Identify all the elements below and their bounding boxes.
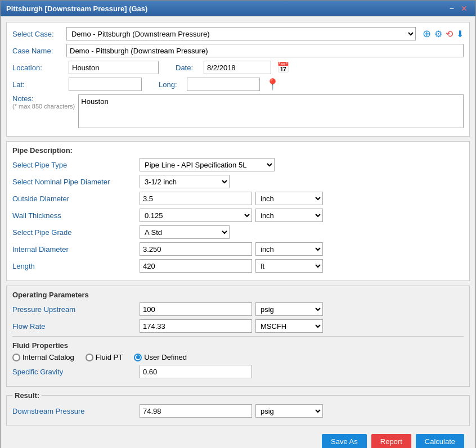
length-row: Length ft [12,259,464,273]
pipe-type-label: Select Pipe Type [12,161,136,169]
outside-diameter-label: Outside Diameter [12,194,136,203]
flow-rate-row: Flow Rate MSCFH [12,319,464,333]
internal-diameter-unit-select[interactable]: inch [255,242,323,256]
internal-diameter-row: Internal Diameter inch [12,242,464,256]
length-input[interactable] [140,259,252,273]
case-name-row: Case Name: [12,44,464,57]
notes-textarea[interactable]: Houston [78,94,464,128]
select-case-dropdown[interactable]: Demo - Pittsburgh (Downstream Pressure) [66,27,416,40]
date-label: Date: [176,64,198,72]
map-pin-icon[interactable]: 📍 [266,78,280,91]
user-defined-radio-dot [136,355,140,359]
pipe-type-select[interactable]: Pipe Line - API Specification 5L [140,158,275,171]
flow-rate-input[interactable] [140,319,252,333]
outside-diameter-input [140,192,252,205]
minimize-button[interactable]: − [447,4,456,13]
calculate-button[interactable]: Calculate [416,434,464,448]
location-input[interactable] [69,61,159,74]
pressure-upstream-label: Pressure Upstream [12,305,136,314]
pipe-description-title: Pipe Description: [12,146,464,155]
internal-catalog-radio[interactable] [12,354,20,361]
select-case-row: Select Case: Demo - Pittsburgh (Downstre… [12,27,464,40]
location-label: Location: [12,64,63,72]
result-unit-select[interactable]: psig [255,404,323,418]
main-content: Select Case: Demo - Pittsburgh (Downstre… [1,16,475,448]
long-label: Long: [159,80,181,89]
long-input[interactable] [187,78,260,91]
pressure-upstream-unit-select[interactable]: psig [255,302,323,316]
wall-thickness-label: Wall Thickness [12,211,136,220]
report-button[interactable]: Report [371,434,411,448]
top-section: Select Case: Demo - Pittsburgh (Downstre… [6,22,470,137]
fluid-properties-section: Fluid Properties Internal Catalog Fluid … [12,336,464,378]
specific-gravity-row: Specific Gravity [12,365,464,378]
fluid-options-group: Internal Catalog Fluid PT User Defined [12,353,464,361]
operating-parameters-title: Operating Parameters [12,291,464,299]
specific-gravity-label: Specific Gravity [12,368,136,376]
internal-catalog-option[interactable]: Internal Catalog [12,353,74,361]
downstream-pressure-input [140,404,252,418]
close-button[interactable]: ✕ [459,4,470,13]
internal-catalog-label: Internal Catalog [23,353,74,361]
case-name-label: Case Name: [12,47,63,55]
outside-diameter-row: Outside Diameter inch [12,192,464,205]
location-row: Location: Date: 📅 [12,61,464,74]
fluid-pt-option[interactable]: Fluid PT [86,353,123,361]
lat-input[interactable] [69,78,142,91]
pressure-upstream-input[interactable] [140,302,252,316]
lat-long-row: Lat: Long: 📍 [12,78,464,91]
specific-gravity-input[interactable] [140,365,252,378]
internal-diameter-label: Internal Diameter [12,245,136,254]
pipe-grade-select[interactable]: A Std [140,225,230,239]
length-unit-select[interactable]: ft [255,259,323,273]
notes-row: Notes: (* max 850 characters) Houston [12,94,464,128]
notes-label: Notes: [12,94,75,103]
nominal-diameter-row: Select Nominal Pipe Diameter 3-1/2 inch [12,175,464,188]
select-case-label: Select Case: [12,30,63,38]
wall-thickness-select[interactable]: 0.125 [140,209,252,222]
user-defined-radio[interactable] [134,354,142,361]
pipe-type-row: Select Pipe Type Pipe Line - API Specifi… [12,158,464,171]
operating-parameters-section: Operating Parameters Pressure Upstream p… [6,286,470,387]
footer-buttons: Save As Report Calculate [6,431,470,448]
notes-sublabel: (* max 850 characters) [12,103,75,110]
share-icon[interactable]: ⟲ [446,29,453,39]
date-input[interactable] [204,61,271,74]
pipe-grade-label: Select Pipe Grade [12,228,136,237]
flow-rate-label: Flow Rate [12,322,136,331]
gear-icon[interactable]: ⚙ [434,29,442,39]
outside-diameter-unit-select[interactable]: inch [255,192,323,205]
fluid-pt-label: Fluid PT [96,353,123,361]
fluid-pt-radio[interactable] [86,354,93,361]
save-as-button[interactable]: Save As [322,434,367,448]
result-section: Result: Downstream Pressure psig [6,391,470,426]
title-controls: − ✕ [447,4,470,13]
user-defined-label: User Defined [144,353,187,361]
nominal-diameter-label: Select Nominal Pipe Diameter [12,178,136,186]
fluid-properties-title: Fluid Properties [12,341,464,350]
nominal-diameter-select[interactable]: 3-1/2 inch [140,175,230,188]
calendar-icon[interactable]: 📅 [277,61,289,74]
user-defined-option[interactable]: User Defined [134,353,187,361]
wall-thickness-unit-select[interactable]: inch [255,209,323,222]
result-legend: Result: [12,391,42,400]
length-label: Length [12,262,136,270]
downstream-pressure-label: Downstream Pressure [12,407,136,415]
main-window: Pittsburgh [Downstream Pressure] (Gas) −… [0,0,476,448]
pipe-grade-row: Select Pipe Grade A Std [12,225,464,239]
window-title: Pittsburgh [Downstream Pressure] (Gas) [6,4,147,13]
add-case-icon[interactable]: ⊕ [423,28,431,40]
download-icon[interactable]: ⬇ [456,29,464,39]
internal-diameter-input[interactable] [140,242,252,256]
title-bar: Pittsburgh [Downstream Pressure] (Gas) −… [1,1,475,16]
wall-thickness-row: Wall Thickness 0.125 inch [12,209,464,222]
flow-rate-unit-select[interactable]: MSCFH [255,319,323,333]
lat-label: Lat: [12,80,63,89]
case-icons: ⊕ ⚙ ⟲ ⬇ [423,28,464,40]
pressure-upstream-row: Pressure Upstream psig [12,302,464,316]
downstream-pressure-row: Downstream Pressure psig [12,404,464,418]
pipe-description-section: Pipe Description: Select Pipe Type Pipe … [6,141,470,281]
case-name-input[interactable] [66,44,464,57]
